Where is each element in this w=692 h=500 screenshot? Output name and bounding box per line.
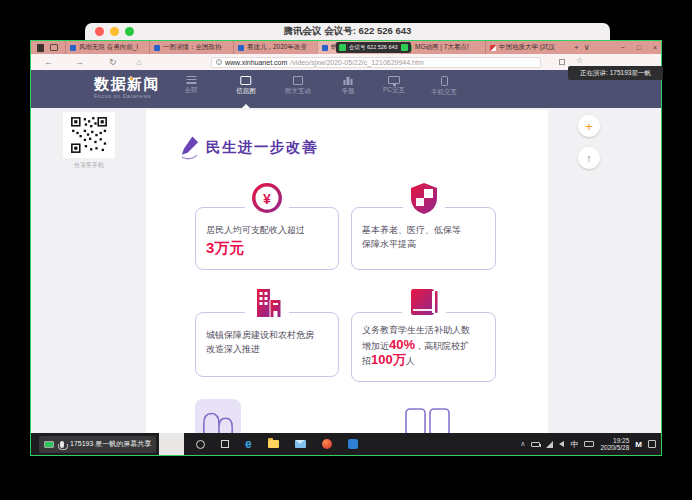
education-accent-40: 40% — [389, 337, 415, 352]
browser-menu-icon[interactable] — [37, 44, 44, 52]
stat-card-social-security: 基本养老、医疗、低保等 保障水平提高 — [351, 207, 496, 270]
taskbar-apps: e — [196, 433, 358, 455]
cug-favicon — [490, 45, 496, 51]
browser-tab[interactable]: 一图读懂：全国政协 — [149, 41, 233, 54]
screenshot-stage: 腾讯会议 会议号: 622 526 643 风雨无阻 奋勇向前_I 一图读懂：全… — [0, 0, 692, 500]
back-icon[interactable]: ← — [44, 58, 53, 67]
nav-item-all[interactable]: 全部 — [185, 76, 198, 95]
education-accent-100: 100万 — [371, 352, 406, 367]
browser-tab[interactable]: MG动画 | 7大看点! — [401, 41, 485, 54]
phone-icon — [441, 76, 448, 86]
tab-list-dropdown[interactable]: ∨ — [584, 43, 590, 52]
task-view-icon[interactable] — [221, 440, 229, 448]
article-icon — [293, 76, 303, 85]
meeting-app-icon[interactable]: M — [635, 440, 642, 449]
microphone-icon — [60, 441, 64, 448]
edge-icon[interactable]: e — [245, 438, 252, 450]
bridge-icon — [200, 405, 236, 433]
browser-tab[interactable]: 风雨无阻 奋勇向前_I — [65, 41, 149, 54]
site-logo-title: 数据新闻 — [94, 76, 160, 92]
xinhuanet-favicon — [154, 45, 160, 51]
site-info-icon[interactable]: i — [216, 59, 222, 65]
tab-actions-icon[interactable] — [50, 44, 58, 51]
blue-app-icon[interactable] — [348, 439, 358, 449]
shared-desktop: 风雨无阻 奋勇向前_I 一图读懂：全国政协 看这儿，2020年改变 螃蟹2019… — [30, 40, 662, 456]
touch-keyboard-icon[interactable] — [584, 441, 594, 447]
url-host: www.xinhuanet.com — [225, 59, 287, 66]
reading-view-icon[interactable] — [559, 59, 565, 65]
browser-tab[interactable]: 中国地质大学 (武汉 — [485, 41, 569, 54]
cortana-icon[interactable] — [196, 440, 205, 449]
xinhuanet-favicon — [322, 45, 328, 51]
site-logo[interactable]: 数据新闻 Focus on Datanews — [94, 76, 160, 99]
browser-addressbar: ← → ↻ ⌂ i www.xinhuanet.com /video/sjxw/… — [31, 54, 661, 70]
site-navbar: 数据新闻 Focus on Datanews 全部 信息图 图文互动 专题 — [31, 70, 661, 108]
clock-time: 19:25 — [600, 437, 629, 445]
file-explorer-icon[interactable] — [268, 440, 279, 448]
action-center-icon[interactable] — [648, 440, 656, 448]
monitor-icon — [388, 76, 400, 84]
url-path: /video/sjxw/2020-05/22/c_1210629944.htm — [290, 59, 423, 66]
taskbar-clock[interactable]: 19:25 2020/5/28 — [600, 437, 629, 452]
refresh-icon[interactable]: ↻ — [109, 58, 117, 67]
svg-text:¥: ¥ — [263, 191, 271, 207]
tray-expand-icon[interactable]: ∧ — [520, 440, 525, 448]
zoom-in-fab[interactable]: + — [578, 115, 600, 137]
screen-share-banner[interactable]: 175193 星一帆的屏幕共享 — [39, 436, 156, 453]
minimize-button[interactable]: − — [621, 44, 625, 51]
meeting-window-titlebar: 腾讯会议 会议号: 622 526 643 — [85, 23, 610, 40]
browser-tab[interactable]: 看这儿，2020年改变 — [233, 41, 317, 54]
clock-date: 2020/5/28 — [600, 444, 629, 452]
qr-code — [63, 112, 115, 158]
ime-indicator[interactable]: 中 — [570, 439, 578, 450]
pencil-icon — [179, 134, 200, 161]
nav-item-topics[interactable]: 专题 — [342, 76, 355, 96]
close-button[interactable]: × — [653, 44, 657, 51]
site-logo-subtitle: Focus on Datanews — [94, 93, 160, 99]
windows-taskbar: 175193 星一帆的屏幕共享 e ∧ 中 19:25 — [31, 433, 661, 455]
maximize-button[interactable]: □ — [637, 44, 641, 51]
favorite-star-icon[interactable]: ☆ — [576, 56, 583, 65]
list-icon — [186, 76, 196, 84]
shared-screen-icon — [44, 441, 54, 448]
mail-icon[interactable] — [295, 440, 306, 448]
window-controls: − □ × — [621, 41, 657, 54]
qr-code-image — [70, 116, 108, 154]
qr-share-panel: 分享至手机 — [55, 112, 123, 170]
meeting-green-icon — [339, 44, 346, 51]
home-icon[interactable]: ⌂ — [137, 58, 142, 67]
red-app-icon[interactable] — [322, 439, 332, 449]
meeting-green-icon — [401, 44, 408, 51]
system-tray: ∧ 中 19:25 2020/5/28 M — [520, 433, 656, 455]
building-icon — [245, 287, 289, 319]
book-icon — [402, 287, 446, 317]
income-highlight: 3万元 — [206, 239, 328, 257]
url-field[interactable]: i www.xinhuanet.com /video/sjxw/2020-05/… — [211, 57, 541, 68]
back-to-top-fab[interactable]: ↑ — [578, 147, 600, 169]
qr-caption: 分享至手机 — [55, 161, 123, 170]
open-book-icon — [404, 405, 451, 433]
stat-card-income: ¥ 居民人均可支配收入超过 3万元 — [195, 207, 339, 270]
browser-tabbar: 风雨无阻 奋勇向前_I 一图读懂：全国政协 看这儿，2020年改变 螃蟹2019… — [31, 41, 661, 54]
volume-icon[interactable] — [559, 441, 564, 447]
bar-chart-icon — [342, 76, 354, 85]
nav-item-pc-interactive[interactable]: PC交互 — [383, 76, 405, 95]
meeting-floating-pill[interactable]: 会议号 622 526 643 — [336, 42, 411, 53]
nav-item-picture-text[interactable]: 图文互动 — [285, 76, 311, 96]
image-icon — [241, 76, 252, 85]
xinhuanet-favicon — [70, 45, 76, 51]
battery-icon[interactable] — [531, 442, 540, 447]
next-section-tile — [195, 399, 241, 433]
speaking-tooltip: 正在演讲: 175193星一帆 — [568, 66, 663, 80]
nav-item-mobile-interactive[interactable]: 手机交互 — [431, 76, 457, 97]
taskbar-search-box[interactable] — [159, 433, 184, 455]
network-icon[interactable] — [546, 441, 553, 448]
new-tab-button[interactable]: + — [574, 43, 579, 52]
xinhuanet-favicon — [238, 45, 244, 51]
section-header: 民生进一步改善 — [179, 134, 318, 161]
shield-icon — [403, 182, 445, 215]
forward-icon[interactable]: → — [75, 58, 84, 67]
nav-item-infographic[interactable]: 信息图 — [236, 76, 256, 96]
stat-card-education: 义务教育学生生活补助人数 增加近40%，高职院校扩 招100万人 — [351, 312, 496, 382]
infographic-panel: 民生进一步改善 ¥ 居民人均可支配收入超过 3万元 — [146, 110, 548, 433]
